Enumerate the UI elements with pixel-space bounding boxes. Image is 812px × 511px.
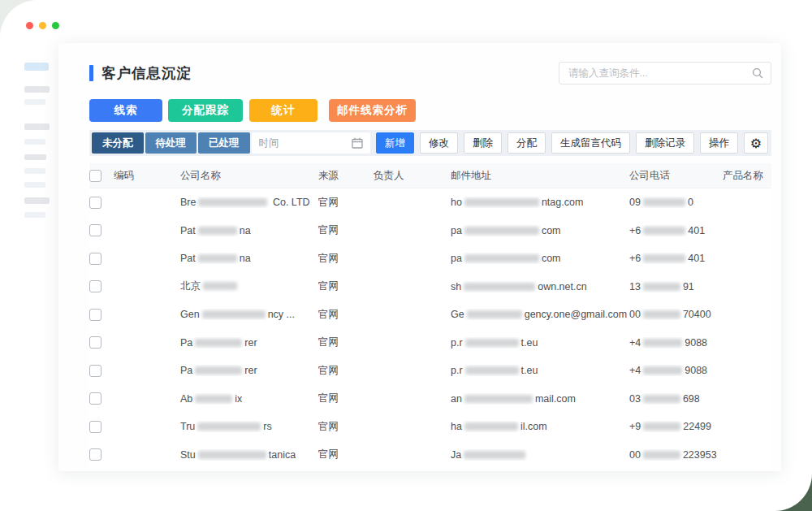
cell-phone: 03698 bbox=[629, 393, 723, 405]
close-dot[interactable] bbox=[26, 22, 33, 29]
nav-button-2[interactable]: 分配跟踪 bbox=[168, 99, 243, 122]
cell-email-redacted bbox=[464, 198, 539, 206]
row-checkbox[interactable] bbox=[89, 336, 102, 349]
cell-source: 官网 bbox=[318, 364, 374, 378]
table-row-4[interactable]: 北京官网shown.net.cn1391 bbox=[89, 273, 771, 301]
table-row-2[interactable]: Patna官网pacom+6401 bbox=[89, 217, 771, 245]
cell-company-visible-prefix: Bre bbox=[180, 197, 196, 208]
cell-company-redacted bbox=[195, 339, 242, 347]
cell-company-redacted bbox=[198, 254, 237, 262]
cell-email-redacted bbox=[465, 366, 519, 375]
row-checkbox-cell bbox=[89, 336, 114, 349]
row-checkbox-cell bbox=[89, 392, 114, 405]
sidebar-skeleton-item bbox=[24, 86, 50, 93]
cell-email-redacted bbox=[464, 254, 539, 262]
cell-company: Bre Co. LTD bbox=[180, 197, 318, 208]
cell-source: 官网 bbox=[318, 336, 374, 349]
cell-email-redacted bbox=[464, 283, 535, 291]
cell-phone-visible-prefix: 03 bbox=[629, 393, 641, 405]
row-checkbox[interactable] bbox=[89, 448, 102, 461]
table-row-6[interactable]: Parer官网p.rt.eu+49088 bbox=[89, 329, 771, 357]
settings-gear-button[interactable]: ⚙ bbox=[744, 132, 768, 154]
time-filter-input[interactable]: 时间 bbox=[252, 132, 370, 154]
sidebar-skeleton-item bbox=[24, 99, 45, 105]
cell-company-visible-suffix: na bbox=[240, 225, 251, 236]
row-checkbox[interactable] bbox=[89, 309, 102, 321]
row-checkbox[interactable] bbox=[89, 421, 102, 433]
row-checkbox-cell bbox=[89, 421, 114, 433]
row-checkbox[interactable] bbox=[89, 224, 102, 236]
cell-phone: 090 bbox=[629, 197, 723, 208]
cell-email: pacom bbox=[451, 225, 629, 236]
cell-email-redacted bbox=[464, 395, 533, 403]
search-box[interactable] bbox=[559, 62, 771, 84]
cell-email-visible-prefix: p.r bbox=[451, 337, 463, 349]
cell-phone-visible-prefix: +6 bbox=[629, 253, 641, 264]
cell-company-visible-prefix: 北京 bbox=[180, 280, 201, 292]
nav-button-1[interactable]: 线索 bbox=[89, 99, 162, 122]
cell-phone-redacted bbox=[643, 310, 680, 318]
maximize-dot[interactable] bbox=[52, 22, 59, 29]
table-row-3[interactable]: Patna官网pacom+6401 bbox=[89, 245, 771, 273]
cell-email: p.rt.eu bbox=[451, 365, 629, 376]
panel-header: 客户信息沉淀 bbox=[89, 61, 771, 85]
sidebar-skeleton-item[interactable] bbox=[24, 63, 49, 71]
cell-company-redacted bbox=[202, 310, 266, 318]
cell-phone-visible-suffix: 223953 bbox=[683, 449, 717, 461]
action-button-2[interactable]: 修改 bbox=[420, 132, 458, 154]
status-tab-1[interactable]: 未分配 bbox=[92, 132, 144, 154]
action-button-6[interactable]: 删除记录 bbox=[636, 132, 694, 154]
select-all-checkbox[interactable] bbox=[89, 170, 102, 182]
table-row-7[interactable]: Parer官网p.rt.eu+49088 bbox=[89, 357, 771, 385]
row-checkbox[interactable] bbox=[89, 392, 102, 405]
cell-phone-visible-suffix: 0 bbox=[688, 197, 693, 208]
column-header-product: 产品名称 bbox=[723, 169, 771, 183]
title-wrap: 客户信息沉淀 bbox=[89, 63, 192, 83]
action-button-3[interactable]: 删除 bbox=[464, 132, 502, 154]
cell-phone-redacted bbox=[643, 227, 685, 235]
row-checkbox[interactable] bbox=[89, 280, 102, 292]
table-row-1[interactable]: Bre Co. LTD官网hontag.com090 bbox=[89, 188, 771, 217]
cell-phone: 0070400 bbox=[629, 309, 723, 320]
status-tab-2[interactable]: 待处理 bbox=[145, 132, 197, 154]
main-panel: 客户信息沉淀 线索分配跟踪统计邮件线索分析 未分配待处理已处理 时间 bbox=[58, 43, 781, 471]
row-checkbox[interactable] bbox=[89, 253, 102, 265]
cell-source: 官网 bbox=[318, 448, 374, 461]
search-input[interactable] bbox=[567, 67, 752, 80]
row-checkbox-cell bbox=[89, 448, 114, 461]
action-button-4[interactable]: 分配 bbox=[508, 132, 546, 154]
cell-email-visible-prefix: sh bbox=[451, 281, 461, 292]
table-row-8[interactable]: Abix官网anmail.com03698 bbox=[89, 385, 771, 414]
cell-phone: +6401 bbox=[629, 225, 723, 236]
sidebar-skeleton-item bbox=[24, 212, 45, 218]
action-button-7[interactable]: 操作 bbox=[700, 132, 738, 154]
row-checkbox-cell bbox=[89, 197, 114, 209]
nav-button-3[interactable]: 统计 bbox=[249, 99, 317, 122]
cell-phone-redacted bbox=[643, 451, 680, 459]
table-body: Bre Co. LTD官网hontag.com090Patna官网pacom+6… bbox=[89, 188, 771, 469]
cell-email: p.rt.eu bbox=[451, 337, 629, 349]
cell-email: pacom bbox=[451, 253, 629, 264]
table-row-10[interactable]: Stutanica官网Ja00223953 bbox=[89, 441, 771, 470]
cell-email-visible-suffix: com bbox=[542, 253, 561, 264]
table-row-5[interactable]: Genncy ...官网Gegency.one@gmail.com0070400 bbox=[89, 301, 771, 329]
row-checkbox-cell bbox=[89, 309, 114, 321]
cell-email: hail.com bbox=[451, 421, 629, 432]
cell-email: hontag.com bbox=[451, 197, 629, 208]
cell-email-redacted bbox=[464, 227, 539, 235]
cell-source: 官网 bbox=[318, 252, 374, 266]
action-button-1[interactable]: 新增 bbox=[376, 132, 414, 154]
filter-toolbar: 未分配待处理已处理 时间 新增修改删除分配生成留言代码删除记录操作⚙ bbox=[89, 130, 771, 156]
cell-email-visible-prefix: p.r bbox=[451, 365, 463, 376]
cell-company: Patna bbox=[180, 253, 318, 264]
cell-phone-visible-suffix: 9088 bbox=[685, 337, 707, 349]
search-icon[interactable] bbox=[752, 67, 763, 79]
action-button-5[interactable]: 生成留言代码 bbox=[551, 132, 630, 154]
row-checkbox[interactable] bbox=[89, 365, 102, 377]
status-tab-3[interactable]: 已处理 bbox=[198, 132, 250, 154]
minimize-dot[interactable] bbox=[39, 22, 46, 29]
cell-phone-visible-suffix: 22499 bbox=[683, 421, 711, 432]
table-row-9[interactable]: Trurs官网hail.com+922499 bbox=[89, 413, 771, 441]
nav-button-4[interactable]: 邮件线索分析 bbox=[329, 99, 416, 122]
row-checkbox[interactable] bbox=[89, 197, 102, 209]
